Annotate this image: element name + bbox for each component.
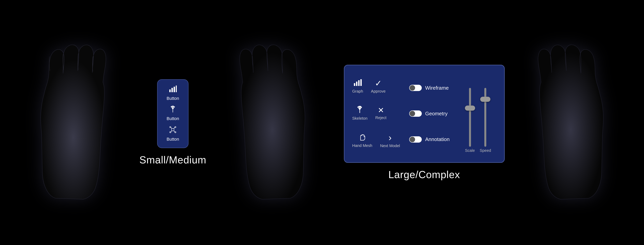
hand-outline-icon: [358, 133, 366, 142]
skeleton-label: Skeleton: [352, 116, 368, 121]
geometry-toggle[interactable]: [409, 110, 422, 117]
hand-mesh-button[interactable]: Hand Mesh: [350, 131, 374, 150]
svg-rect-26: [358, 80, 360, 86]
annotation-label: Annotation: [425, 136, 450, 142]
svg-point-14: [174, 106, 175, 108]
svg-point-16: [170, 126, 171, 128]
geometry-toggle-knob: [410, 111, 415, 116]
scale-slider-thumb[interactable]: [465, 106, 475, 111]
svg-point-38: [361, 107, 362, 108]
scale-slider-container: Scale: [465, 88, 475, 153]
wireframe-toggle-knob: [410, 85, 415, 90]
panel-button-2-label: Button: [166, 116, 179, 121]
left-hand-svg: [30, 34, 112, 211]
hand-button-group: Button: [157, 79, 188, 148]
large-complex-section: Graph ✓ Approve: [344, 65, 505, 180]
annotation-toggle-knob: [410, 137, 415, 142]
panel-button-3-label: Button: [166, 137, 179, 142]
scale-slider-track[interactable]: [469, 88, 471, 147]
approve-button[interactable]: ✓ Approve: [369, 77, 388, 96]
sliders-area: Scale Speed: [464, 71, 492, 156]
graph-button[interactable]: Graph: [350, 77, 365, 96]
next-model-button[interactable]: › Next Model: [378, 131, 402, 150]
svg-rect-0: [169, 90, 171, 92]
svg-point-17: [175, 126, 176, 128]
svg-rect-24: [354, 83, 355, 86]
skeleton-hand-icon: [356, 106, 364, 114]
svg-rect-1: [172, 88, 173, 92]
next-model-label: Next Model: [380, 144, 400, 148]
small-medium-section: Button: [139, 79, 206, 166]
x-mark-icon: ✕: [378, 106, 384, 114]
panel-button-2[interactable]: Button: [166, 106, 179, 121]
checkmark-icon: ✓: [375, 79, 382, 88]
speed-slider-label: Speed: [480, 148, 491, 153]
cube-network-icon: [169, 126, 176, 135]
svg-point-13: [173, 106, 174, 107]
speed-slider-track[interactable]: [484, 88, 486, 147]
sliders-row: Scale Speed: [465, 88, 491, 153]
svg-point-19: [175, 132, 176, 133]
wireframe-label: Wireframe: [425, 85, 449, 91]
svg-line-20: [171, 127, 172, 128]
button-panel: Button: [157, 79, 188, 148]
scale-slider-label: Scale: [465, 148, 475, 153]
panel-button-1-label: Button: [166, 96, 179, 101]
reject-label: Reject: [375, 116, 386, 120]
graph-icon: [169, 86, 177, 94]
svg-rect-25: [356, 82, 358, 86]
right-hand-sm-container: [234, 34, 316, 211]
geometry-row: Geometry: [409, 110, 460, 117]
small-medium-label: Small/Medium: [139, 154, 206, 166]
panel-button-1[interactable]: Button: [166, 86, 179, 101]
panel-button-3[interactable]: Button: [166, 126, 179, 142]
svg-rect-27: [360, 79, 362, 86]
svg-line-22: [171, 131, 172, 132]
wireframe-row: Wireframe: [409, 85, 460, 91]
left-hand-container: [30, 34, 112, 211]
large-panel: Graph ✓ Approve: [344, 65, 505, 163]
svg-rect-2: [174, 87, 175, 92]
svg-line-21: [174, 127, 175, 128]
speed-slider-thumb[interactable]: [480, 97, 490, 102]
skeleton-button[interactable]: Skeleton: [350, 104, 370, 122]
large-complex-hand-container: [532, 34, 614, 211]
chevron-right-icon: ›: [388, 133, 392, 142]
geometry-label: Geometry: [425, 111, 448, 117]
skeleton-hand-icon-small: [169, 106, 176, 114]
svg-point-34: [358, 106, 358, 108]
main-scene: Button: [0, 0, 644, 245]
svg-rect-15: [172, 128, 174, 131]
hand-mesh-label: Hand Mesh: [352, 144, 372, 148]
right-hand-sm-svg: [234, 34, 316, 211]
graph-label: Graph: [352, 89, 363, 94]
approve-label: Approve: [371, 89, 386, 94]
large-complex-hand-svg: [532, 34, 614, 211]
graph-bars-icon: [354, 79, 362, 88]
reject-button[interactable]: ✕ Reject: [373, 104, 388, 122]
annotation-toggle[interactable]: [409, 136, 422, 142]
svg-line-23: [174, 131, 175, 132]
wireframe-toggle[interactable]: [409, 85, 422, 91]
annotation-row: Annotation: [409, 136, 460, 142]
svg-rect-3: [176, 86, 177, 92]
speed-slider-container: Speed: [480, 88, 491, 153]
large-complex-label: Large/Complex: [388, 169, 460, 180]
svg-point-18: [170, 132, 171, 133]
